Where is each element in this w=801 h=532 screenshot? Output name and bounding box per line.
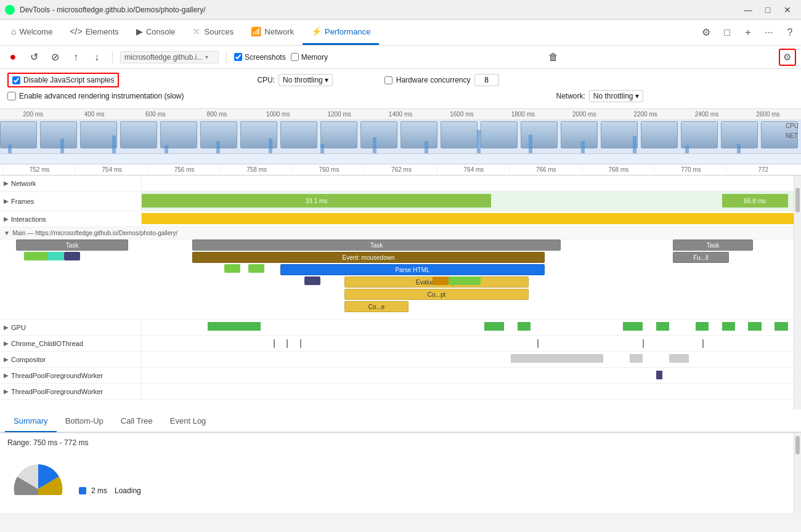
restore-button[interactable]: □	[759, 3, 776, 17]
track-interactions: ▶ Interactions	[0, 211, 801, 227]
task-task2: Task	[192, 240, 561, 251]
help-button[interactable]: ?	[781, 24, 799, 41]
network-dropdown-icon: ▾	[635, 92, 639, 100]
clear-button[interactable]: 🗑	[545, 49, 561, 65]
close-button[interactable]: ✕	[779, 3, 796, 17]
record-button[interactable]: ●	[5, 49, 21, 65]
interactions-expand-btn[interactable]: ▶	[4, 216, 9, 222]
compositor-block-1	[511, 354, 603, 363]
reload-button[interactable]: ↺	[26, 49, 42, 65]
track-chrome-child-io-label: ▶ Chrome_ChildIOThread	[0, 336, 142, 351]
cpu-spike	[165, 145, 168, 153]
tab-sources[interactable]: ⛌ Sources	[184, 20, 243, 45]
performance-icon: ⚡	[311, 26, 322, 36]
performance-settings-button[interactable]: ⚙	[779, 49, 796, 66]
track-compositor: ▶ Compositor	[0, 352, 801, 368]
screenshot-thumb	[601, 121, 638, 148]
detail-ruler-tick: 760 ms	[292, 166, 364, 173]
screenshot-thumb	[561, 121, 598, 148]
stop-button[interactable]: ⊘	[47, 49, 63, 65]
threadpool-1-expand-btn[interactable]: ▶	[4, 372, 9, 379]
cpu-spike	[737, 144, 741, 153]
network-throttle-select[interactable]: No throttling ▾	[589, 90, 643, 102]
advanced-rendering-checkbox[interactable]: Enable advanced rendering instrumentatio…	[7, 92, 184, 100]
tab-console[interactable]: ▶ Console	[128, 20, 184, 45]
add-tab-button[interactable]: +	[739, 24, 757, 41]
settings-gear-button[interactable]: ⚙	[697, 24, 715, 41]
main-expand-btn[interactable]: ▼	[4, 230, 10, 236]
track-chrome-child-io: ▶ Chrome_ChildIOThread	[0, 336, 801, 352]
task-parse_html: Parse HTML	[280, 264, 545, 275]
detach-button[interactable]: □	[718, 24, 736, 41]
download-button[interactable]: ↓	[89, 49, 105, 65]
track-interactions-label: ▶ Interactions	[0, 211, 142, 227]
gpu-block-9	[775, 322, 787, 331]
track-main-label: ▼ Main — https://microsoftedge.github.io…	[0, 227, 801, 239]
settings-row-2: Enable advanced rendering instrumentatio…	[7, 90, 794, 102]
track-gpu: ▶ GPU	[0, 320, 801, 336]
flamechart-container: ▶ Network ▶ Frames 33.1 ms 66.8 ms ▶ Int…	[0, 175, 801, 409]
hw-concurrency-input[interactable]	[474, 74, 499, 86]
cpu-spike	[581, 141, 585, 153]
tab-summary[interactable]: Summary	[5, 410, 57, 432]
tab-performance[interactable]: ⚡ Performance	[303, 20, 379, 45]
hw-concurrency-checkbox[interactable]	[384, 76, 392, 84]
screenshot-thumb	[641, 121, 678, 148]
cpu-label: CPU	[786, 121, 799, 131]
tab-network[interactable]: 📶 Network	[242, 20, 303, 45]
title-bar: DevTools - microsoftedge.github.io/Demos…	[0, 0, 801, 20]
tab-event-log[interactable]: Event Log	[161, 410, 215, 432]
interactions-bar	[142, 213, 801, 224]
cpu-spike	[60, 139, 64, 153]
task-task3: Task	[673, 240, 753, 251]
gpu-block-8	[748, 322, 761, 331]
range-text: Range: 750 ms - 772 ms	[7, 438, 794, 447]
main-thread-content: TaskTaskEvent: mousedownParse HTMLEvalua…	[0, 240, 801, 320]
cpu-control: CPU: No throttling ▾	[257, 74, 332, 86]
url-dropdown-icon[interactable]: ▾	[205, 54, 208, 60]
compositor-block-2	[630, 354, 643, 363]
tab-elements[interactable]: </> Elements	[61, 20, 127, 45]
track-frames-label: ▶ Frames	[0, 191, 142, 211]
tab-call-tree[interactable]: Call Tree	[112, 410, 161, 432]
track-frames: ▶ Frames 33.1 ms 66.8 ms	[0, 191, 801, 211]
track-network: ▶ Network	[0, 175, 801, 191]
net-label: NET	[786, 131, 799, 141]
chrome-child-io-expand-btn[interactable]: ▶	[4, 340, 9, 347]
memory-checkbox[interactable]: Memory	[291, 53, 328, 62]
gpu-block-2	[484, 322, 504, 331]
upload-button[interactable]: ↑	[68, 49, 84, 65]
ruler-tick: 2600 ms	[738, 111, 799, 118]
cpu-throttle-select[interactable]: No throttling ▾	[279, 74, 333, 86]
tab-welcome[interactable]: ⌂ Welcome	[2, 20, 61, 45]
cpu-spike	[425, 141, 428, 153]
bottom-panel-scrollbar[interactable]	[794, 433, 801, 513]
frames-expand-btn[interactable]: ▶	[4, 198, 9, 204]
gpu-expand-btn[interactable]: ▶	[4, 324, 9, 331]
gpu-block-3	[518, 322, 531, 331]
network-expand-btn[interactable]: ▶	[4, 180, 9, 187]
screenshot-thumb	[400, 121, 437, 148]
task-task1: Task	[16, 240, 128, 251]
threadpool-2-expand-btn[interactable]: ▶	[4, 388, 9, 395]
track-network-content	[142, 175, 801, 191]
more-menu-button[interactable]: ···	[760, 24, 778, 41]
screenshots-checkbox[interactable]: Screenshots	[234, 53, 286, 62]
mini-task-block	[449, 276, 465, 285]
favicon-icon	[5, 5, 15, 15]
hardware-concurrency-control: Hardware concurrency	[384, 74, 499, 86]
vertical-scrollbar[interactable]	[794, 175, 801, 409]
cpu-spike	[320, 144, 324, 153]
minimize-button[interactable]: —	[739, 3, 757, 17]
summary-content: 2 ms Loading	[7, 452, 794, 495]
ruler-tick: 2000 ms	[554, 111, 615, 118]
scrollbar-thumb-vertical[interactable]	[795, 188, 800, 212]
screenshot-thumb	[120, 121, 157, 148]
tab-bottom-up[interactable]: Bottom-Up	[57, 410, 112, 432]
detail-ruler-tick: 772	[726, 166, 799, 173]
summary-legend: 2 ms Loading	[79, 484, 141, 495]
compositor-expand-btn[interactable]: ▶	[4, 356, 9, 363]
bottom-panel-scrollbar-thumb[interactable]	[795, 436, 800, 454]
disable-js-samples-checkbox[interactable]: Disable JavaScript samples	[7, 73, 119, 87]
cpu-spike	[477, 130, 481, 153]
